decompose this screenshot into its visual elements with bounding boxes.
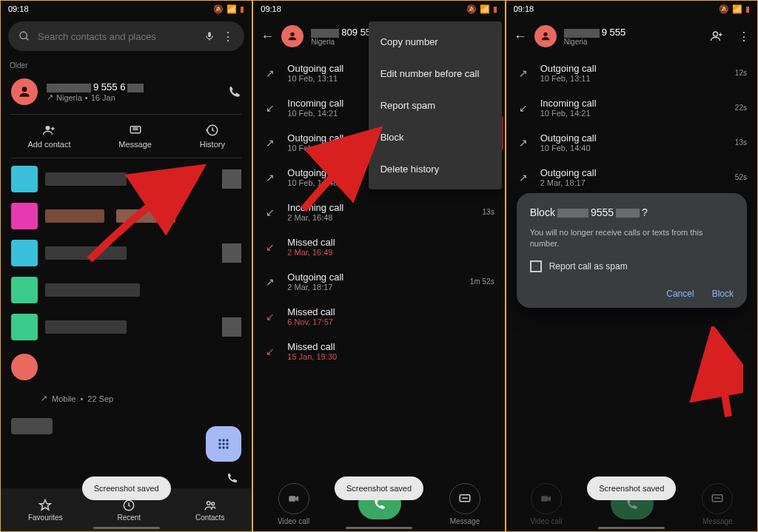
menu-block[interactable]: Block xyxy=(369,121,502,153)
message-button[interactable]: Message xyxy=(118,124,152,149)
call-time: 10 Feb, 13:11 xyxy=(540,74,725,83)
dialpad-fab[interactable] xyxy=(206,426,241,462)
call-type: Incoming call xyxy=(540,98,725,109)
search-bar[interactable]: ⋮ xyxy=(8,21,244,51)
missed-arrow-icon: ↙ xyxy=(264,346,277,357)
battery-icon: ▮ xyxy=(745,4,750,14)
mic-icon[interactable] xyxy=(204,31,215,41)
svg-rect-20 xyxy=(289,496,295,502)
menu-copy-number[interactable]: Copy number xyxy=(369,26,502,58)
list-item[interactable] xyxy=(1,240,252,266)
call-entry[interactable]: ↗ Outgoing call 2 Mar, 18:17 1m 52s xyxy=(253,264,504,299)
call-type: Outgoing call xyxy=(287,272,460,283)
call-text: Incoming call 10 Feb, 14:21 xyxy=(540,98,725,118)
call-entry[interactable]: ↙ Incoming call 2 Mar, 16:48 13s xyxy=(253,195,504,229)
dnd-icon: 🔕 xyxy=(719,4,729,14)
call-entry[interactable]: ↙ Missed call 6 Nov, 17:57 xyxy=(253,299,504,334)
call-type: Outgoing call xyxy=(540,167,725,178)
call-text: Incoming call 2 Mar, 16:48 xyxy=(287,202,472,222)
message-icon xyxy=(449,483,480,514)
video-call-button[interactable]: Video call xyxy=(278,483,309,525)
contact-row[interactable]: 9 555 6 ↗ Nigeria • 16 Jan xyxy=(1,73,252,111)
svg-point-19 xyxy=(291,33,295,36)
video-call-button[interactable]: Video call xyxy=(530,483,562,525)
status-icons: 🔕 📶 ▮ xyxy=(213,4,244,14)
call-type: Outgoing call xyxy=(540,132,725,144)
block-button[interactable]: Block xyxy=(712,289,734,299)
outgoing-arrow-icon: ↗ xyxy=(47,92,53,102)
block-dialog: Block9555? You will no longer receive ca… xyxy=(517,193,747,308)
call-time: 2 Mar, 16:49 xyxy=(287,248,483,257)
nav-recent[interactable]: Recent xyxy=(117,499,141,522)
message-button[interactable]: Message xyxy=(702,483,733,525)
context-menu: Copy number Edit number before call Repo… xyxy=(369,21,502,189)
signal-icon: 📶 xyxy=(227,4,237,14)
more-icon[interactable]: ⋮ xyxy=(738,30,750,44)
add-contact-button[interactable]: Add contact xyxy=(27,124,70,149)
outgoing-arrow-icon: ↗ xyxy=(264,276,277,288)
divider xyxy=(11,158,241,158)
call-type: Outgoing call xyxy=(540,63,725,74)
svg-rect-2 xyxy=(209,32,212,37)
nav-indicator xyxy=(598,527,665,529)
dnd-icon: 🔕 xyxy=(213,4,224,14)
list-item[interactable] xyxy=(1,351,252,383)
call-time: 2 Mar, 16:48 xyxy=(287,213,472,222)
call-time: 2 Mar, 18:17 xyxy=(287,283,460,292)
contact-number: 9 555 6 xyxy=(47,81,219,92)
svg-point-9 xyxy=(227,439,229,441)
toast: Screenshot saved xyxy=(587,477,676,500)
menu-edit-number[interactable]: Edit number before call xyxy=(369,58,502,90)
svg-point-13 xyxy=(219,446,221,448)
outgoing-arrow-icon: ↗ xyxy=(41,394,47,403)
call-duration: 1m 52s xyxy=(470,277,494,286)
call-icon[interactable] xyxy=(227,472,238,484)
call-time: 15 Jan, 19:30 xyxy=(287,352,483,361)
panel-call-history: 09:18 🔕 📶 ▮ ← 809 555 Nigeria ↗ Outgoing… xyxy=(252,0,505,532)
call-entry[interactable]: ↗ Outgoing call 2 Mar, 18:17 52s xyxy=(506,160,757,195)
message-button[interactable]: Message xyxy=(449,483,480,525)
call-entry[interactable]: ↗ Outgoing call 10 Feb, 13:11 12s xyxy=(506,55,757,90)
call-text: Outgoing call 10 Feb, 14:40 xyxy=(540,132,725,152)
search-input[interactable] xyxy=(38,31,197,42)
list-item[interactable] xyxy=(1,203,252,229)
list-item[interactable] xyxy=(1,277,252,303)
call-entry[interactable]: ↙ Incoming call 10 Feb, 14:21 22s xyxy=(506,90,757,125)
history-button[interactable]: History xyxy=(200,124,225,149)
dialog-body: You will no longer receive calls or text… xyxy=(530,227,734,250)
menu-report-spam[interactable]: Report spam xyxy=(369,90,502,121)
svg-line-1 xyxy=(26,38,28,40)
dialog-actions: Cancel Block xyxy=(530,289,734,299)
call-icon[interactable] xyxy=(228,85,241,98)
call-entry[interactable]: ↙ Missed call 15 Jan, 19:30 xyxy=(253,334,504,368)
call-duration: 52s xyxy=(735,173,747,181)
contact-info: 9 555 6 ↗ Nigeria • 16 Jan xyxy=(47,81,219,102)
back-button[interactable]: ← xyxy=(261,29,274,44)
outgoing-arrow-icon: ↗ xyxy=(517,67,530,79)
panel-recent-calls: 09:18 🔕 📶 ▮ ⋮ Older 9 555 6 ↗ Nigeria • … xyxy=(0,0,252,532)
more-icon[interactable]: ⋮ xyxy=(222,30,234,44)
back-button[interactable]: ← xyxy=(514,29,527,44)
call-time: 6 Nov, 17:57 xyxy=(287,317,483,326)
cancel-button[interactable]: Cancel xyxy=(666,289,694,299)
list-item[interactable] xyxy=(1,314,252,340)
svg-point-22 xyxy=(543,33,547,36)
add-contact-icon[interactable] xyxy=(710,30,723,43)
contact-actions: Add contact Message History xyxy=(1,118,252,155)
dnd-icon: 🔕 xyxy=(466,4,477,14)
nav-favourites[interactable]: Favourites xyxy=(28,499,63,522)
list-item[interactable] xyxy=(1,166,252,192)
call-entry[interactable]: ↗ Outgoing call 10 Feb, 14:40 13s xyxy=(506,125,757,160)
nav-indicator xyxy=(346,527,412,529)
menu-delete-history[interactable]: Delete history xyxy=(369,153,502,185)
svg-point-17 xyxy=(207,501,210,505)
video-icon xyxy=(278,483,309,514)
outgoing-arrow-icon: ↗ xyxy=(264,137,277,149)
call-text: Missed call 15 Jan, 19:30 xyxy=(287,341,483,361)
status-time: 09:18 xyxy=(514,4,534,13)
nav-contacts[interactable]: Contacts xyxy=(195,499,224,522)
call-entry[interactable]: ↙ Missed call 2 Mar, 16:49 xyxy=(253,229,504,264)
report-spam-checkbox[interactable]: Report call as spam xyxy=(530,260,734,272)
call-type: Missed call xyxy=(287,306,483,317)
checkbox-icon xyxy=(530,260,542,272)
